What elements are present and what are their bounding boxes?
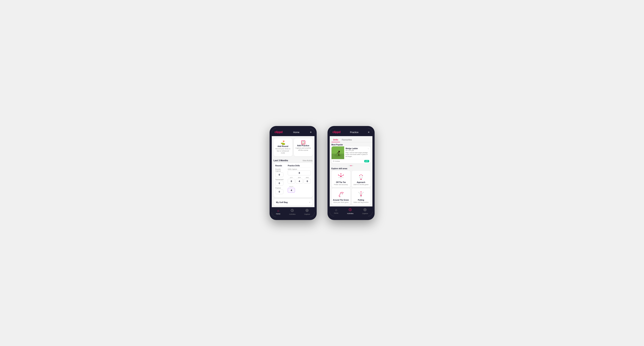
drill-yardage: 50–100 yds <box>346 150 358 151</box>
off-the-tee-title: Off The Tee <box>336 181 346 183</box>
nav-capture[interactable]: Capture <box>304 209 310 215</box>
ott-label: OTT <box>290 177 293 178</box>
practice-icon: 📋 <box>301 141 305 145</box>
drills-title: Practice Drills <box>288 165 311 168</box>
svg-point-27 <box>339 196 340 196</box>
practice-content: Most Popular <box>330 142 372 206</box>
practice-label: Practice <box>276 187 284 189</box>
practice-capture-nav-label: Capture <box>362 213 368 214</box>
activities-icon <box>290 209 294 213</box>
practice-nav-activities[interactable]: Activities <box>347 208 354 214</box>
practice-value: 0 <box>276 189 284 194</box>
add-round-title: Add Round <box>278 145 288 147</box>
svg-point-28 <box>340 192 341 193</box>
around-green-icon <box>337 190 345 198</box>
favourite-star-icon[interactable]: ☆ <box>368 148 369 150</box>
putting-title: Putting <box>358 199 364 201</box>
app-item: APP 4 <box>296 177 303 185</box>
app-badge: APP <box>364 160 369 162</box>
shots-info: 9 shots <box>333 160 340 162</box>
shots-count: 9 shots <box>335 160 340 162</box>
svg-point-33 <box>361 191 362 192</box>
practice-activities-icon <box>348 208 352 212</box>
approach-desc: Dial-in to hit the green <box>354 184 368 185</box>
off-the-tee-desc: Power and accuracy <box>334 184 348 185</box>
svg-point-23 <box>359 175 360 176</box>
drill-featured-image <box>332 147 344 159</box>
app-label: APP <box>298 177 301 178</box>
drill-header: Wedge Ladder 50–100 yds ☆ <box>346 148 369 151</box>
drill-featured-info: Wedge Ladder 50–100 yds ☆ Play 1 shot at… <box>344 147 370 159</box>
practice-header-title: Practice <box>350 131 358 134</box>
stats-row: Rounds Rounds Capture 0 Tournament 0 Pra… <box>276 165 311 196</box>
menu-icon[interactable]: ≡ <box>310 131 312 134</box>
arg-item: ARG 0 <box>304 177 311 185</box>
home-icon: ⌂ <box>277 209 279 213</box>
svg-point-21 <box>338 175 339 175</box>
off-the-tee-icon <box>337 173 345 180</box>
skill-grid: Off The Tee Power and accuracy <box>330 171 372 206</box>
rounds-col: Rounds Rounds Capture 0 Tournament 0 Pra… <box>276 165 284 196</box>
practice-app-header: clippd Practice ≡ <box>330 128 372 136</box>
stats-card: Rounds Rounds Capture 0 Tournament 0 Pra… <box>274 163 313 197</box>
svg-point-6 <box>334 154 342 157</box>
practice-menu-icon[interactable]: ≡ <box>368 131 369 134</box>
svg-point-24 <box>361 174 362 175</box>
svg-point-26 <box>360 179 362 180</box>
bottom-nav: ⌂ Home Activities <box>272 207 314 217</box>
drills-grid: OTT 0 APP 4 ARG 0 <box>288 177 311 194</box>
practice-home-icon: ⌂ <box>335 208 337 212</box>
tournament-value: 0 <box>276 181 284 186</box>
last-3-months-title: Last 3 Months <box>274 159 288 162</box>
practice-nav-capture[interactable]: Capture <box>362 208 368 214</box>
around-green-desc: Hone your short game <box>333 201 348 203</box>
ott-value: 0 <box>288 179 295 184</box>
add-practice-desc: Capture your practice off-the-course <box>295 147 311 151</box>
featured-drill-card[interactable]: Wedge Ladder 50–100 yds ☆ Play 1 shot at… <box>332 147 370 164</box>
activity-section-header: Last 3 Months View Activity <box>272 158 314 163</box>
skill-around-green[interactable]: Around The Green Hone your short game <box>332 188 350 205</box>
pagination-dots <box>330 165 372 167</box>
skill-off-the-tee[interactable]: Off The Tee Power and accuracy <box>332 171 350 187</box>
nav-home[interactable]: ⌂ Home <box>276 209 280 215</box>
arg-label: ARG <box>306 177 309 178</box>
phone-practice: clippd Practice ≡ Drills Favourites Most… <box>328 126 374 220</box>
capture-icon <box>306 209 309 213</box>
home-content: ⛳ Add Round Record your shots in fast or… <box>272 136 314 207</box>
view-activity-link[interactable]: View Activity <box>302 160 312 162</box>
practice-activities-nav-label: Activities <box>347 213 354 214</box>
golf-flag-icon: ⛳ <box>280 141 285 145</box>
drill-description: Play 1 shot at each target yardage. If y… <box>346 152 369 158</box>
nav-activities[interactable]: Activities <box>289 209 296 215</box>
practice-nav-home[interactable]: ⌂ Home <box>334 208 338 214</box>
add-practice-card[interactable]: 📋 Add Practice Capture your practice off… <box>294 138 313 156</box>
putting-icon <box>357 190 365 198</box>
skill-approach[interactable]: Approach Dial-in to hit the green <box>352 171 370 187</box>
tab-favourites[interactable]: Favourites <box>340 138 354 142</box>
tab-drills[interactable]: Drills <box>332 138 340 142</box>
approach-icon <box>357 173 365 180</box>
svg-point-30 <box>340 196 340 197</box>
svg-point-31 <box>342 193 343 194</box>
add-round-card[interactable]: ⛳ Add Round Record your shots in fast or… <box>274 138 292 156</box>
dot-1 <box>349 165 350 166</box>
golf-bag-label: My Golf Bag <box>276 201 288 203</box>
app-value: 4 <box>296 179 303 184</box>
putting-desc: Make and lag practice <box>354 201 368 203</box>
rounds-capture-value: 0 <box>276 172 284 177</box>
app-logo: clippd <box>275 131 282 134</box>
drills-capture-value: 8 <box>288 171 311 175</box>
app-header: clippd Home ≡ <box>272 128 314 136</box>
rounds-title: Rounds <box>276 165 284 168</box>
skill-putting[interactable]: Putting Make and lag practice <box>352 188 370 205</box>
phone-home: clippd Home ≡ ⛳ Add Round Record your sh… <box>270 126 317 220</box>
golf-bag-row[interactable]: My Golf Bag › <box>274 199 313 206</box>
tournament-label: Tournament <box>276 178 284 180</box>
shots-dot-icon <box>333 161 334 162</box>
practice-capture-icon <box>363 208 367 212</box>
drills-capture-label: Drills Capture <box>288 168 311 170</box>
practice-tabs: Drills Favourites <box>330 136 372 142</box>
capture-nav-label: Capture <box>304 213 310 215</box>
drill-footer: 9 shots APP <box>332 159 370 164</box>
add-round-desc: Record your shots in fast or enhanced mo… <box>275 148 291 154</box>
